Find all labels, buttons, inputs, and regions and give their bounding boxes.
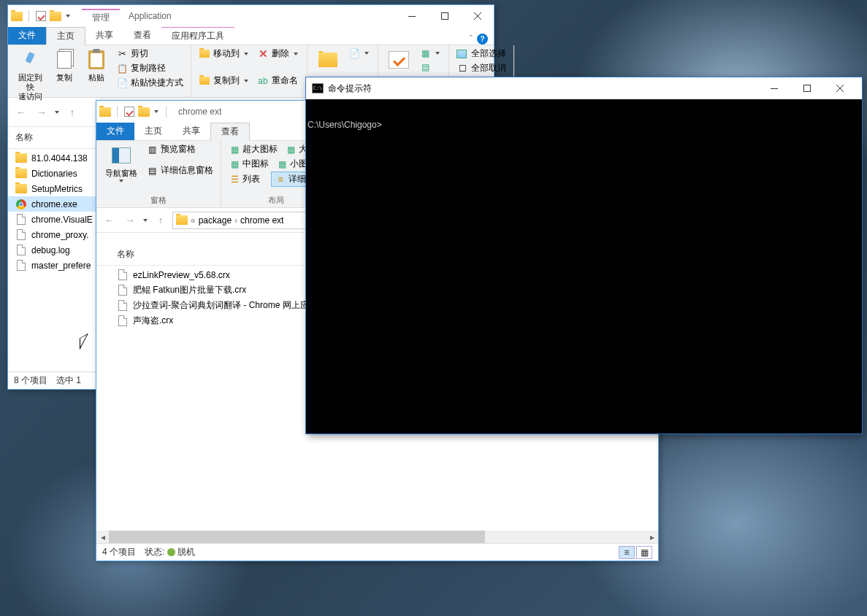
file-icon [117, 315, 129, 327]
ribbon-collapse-icon[interactable]: ˆ [470, 34, 473, 45]
tab-share[interactable]: 共享 [172, 122, 210, 140]
scroll-right-button[interactable]: ▸ [646, 531, 658, 543]
file-icon [117, 285, 129, 296]
nav-forward-button[interactable]: → [121, 212, 139, 229]
qat-dropdown-icon[interactable] [154, 110, 158, 113]
window-title: chrome ext [169, 107, 230, 117]
horizontal-scrollbar[interactable]: ◂ ▸ [96, 531, 658, 543]
scissors-icon [116, 48, 128, 60]
file-icon [15, 260, 27, 272]
file-name: Dictionaries [31, 169, 77, 179]
preview-pane-icon: ▥ [146, 144, 158, 155]
minimize-button[interactable] [757, 78, 790, 99]
breadcrumb-segment[interactable]: chrome ext [240, 215, 283, 226]
titlebar[interactable]: 管理 Application [8, 5, 494, 27]
tab-view[interactable]: 查看 [123, 26, 161, 45]
file-name: SetupMetrics [31, 184, 83, 194]
qat-newfolder-icon[interactable] [50, 10, 61, 22]
nav-history-icon[interactable] [143, 219, 148, 222]
status-dot-icon [167, 548, 175, 556]
layout-extra-large-button[interactable]: ▦超大图标 [226, 142, 280, 156]
properties-button[interactable] [383, 47, 415, 73]
tab-file[interactable]: 文件 [96, 122, 134, 140]
file-name: debug.log [31, 245, 70, 255]
nav-up-button[interactable]: ↑ [152, 212, 169, 229]
status-item-count: 4 个项目 [102, 546, 136, 558]
cut-button[interactable]: 剪切 [113, 47, 186, 61]
nav-up-button[interactable]: ↑ [64, 104, 81, 121]
pin-to-quick-access-button[interactable]: 固定到快 速访问 [12, 47, 47, 103]
details-pane-icon: ▤ [146, 165, 158, 177]
copy-path-button[interactable]: 📋复制路径 [113, 61, 186, 75]
tab-view[interactable]: 查看 [210, 123, 250, 141]
file-icon [15, 168, 27, 180]
file-name: chrome.VisualE [31, 215, 93, 225]
maximize-button[interactable] [790, 78, 823, 99]
scroll-left-button[interactable]: ◂ [96, 531, 109, 543]
copy-to-button[interactable]: 复制到 [196, 74, 253, 88]
file-icon [15, 199, 27, 210]
file-icon [15, 214, 27, 226]
file-name: master_prefere [31, 261, 91, 271]
nav-back-button[interactable]: ← [101, 212, 118, 229]
close-button[interactable] [823, 78, 856, 99]
tab-home[interactable]: 主页 [46, 27, 85, 45]
file-icon [15, 245, 27, 256]
paste-shortcut-button[interactable]: 📄粘贴快捷方式 [113, 76, 186, 90]
view-details-icon[interactable]: ≡ [619, 546, 635, 559]
window-title: 命令提示符 [328, 82, 372, 95]
copy-button[interactable]: 复制 [49, 47, 80, 84]
details-pane-button[interactable]: ▤详细信息窗格 [143, 163, 216, 177]
qat-newfolder-icon[interactable] [138, 106, 150, 118]
select-none-icon: ☐ [457, 63, 468, 74]
qat-dropdown-icon[interactable] [66, 15, 70, 18]
contextual-tab-manage[interactable]: 管理 [82, 9, 120, 24]
cmd-terminal[interactable]: C:\Users\Chigogo> [306, 99, 862, 434]
help-icon[interactable]: ? [477, 34, 488, 45]
delete-button[interactable]: ✕删除 [254, 47, 302, 61]
tab-file[interactable]: 文件 [8, 26, 46, 45]
file-icon [15, 183, 27, 195]
tab-apptools[interactable]: 应用程序工具 [161, 26, 234, 45]
copy-path-icon: 📋 [116, 63, 128, 74]
tab-share[interactable]: 共享 [85, 26, 123, 45]
new-folder-button[interactable] [312, 47, 344, 73]
file-icon [117, 300, 129, 312]
move-to-button[interactable]: 移动到 [196, 47, 253, 61]
scroll-thumb[interactable] [109, 531, 485, 543]
titlebar[interactable]: C:\ 命令提示符 [306, 77, 862, 99]
nav-history-icon[interactable] [55, 111, 59, 114]
svg-rect-3 [803, 85, 810, 92]
minimize-button[interactable] [395, 6, 428, 27]
tab-home[interactable]: 主页 [134, 122, 172, 140]
move-to-icon [199, 48, 210, 60]
close-button[interactable] [461, 6, 494, 27]
preview-pane-button[interactable]: ▥预览窗格 [143, 142, 216, 156]
folder-icon [99, 106, 111, 118]
file-name: 81.0.4044.138 [31, 153, 88, 163]
nav-back-button[interactable]: ← [12, 104, 30, 121]
nav-forward-button[interactable]: → [33, 104, 50, 121]
status-selection: 选中 1 [56, 374, 81, 387]
rename-icon: ab [257, 75, 269, 87]
view-large-icons-icon[interactable]: ▦ [636, 546, 652, 559]
status-bar: 4 个项目 状态: 脱机 ≡ ▦ [96, 543, 658, 561]
breadcrumb-segment[interactable]: package [199, 215, 232, 226]
file-icon [15, 229, 27, 241]
paste-button[interactable]: 粘贴 [81, 47, 112, 84]
delete-icon: ✕ [257, 48, 269, 60]
nav-pane-button[interactable]: 导航窗格 [101, 142, 142, 184]
select-all-button[interactable]: 全部选择 [454, 47, 509, 61]
file-icon [117, 269, 129, 281]
folder-icon [11, 10, 23, 22]
ribbon-group-layout: 布局 [268, 193, 284, 206]
maximize-button[interactable] [428, 6, 461, 27]
select-none-button[interactable]: ☐全部取消 [454, 61, 509, 75]
file-name: ezLinkPreview_v5.68.crx [133, 270, 230, 280]
qat-properties-icon[interactable] [35, 10, 47, 22]
paste-shortcut-icon: 📄 [116, 77, 128, 89]
layout-list-button[interactable]: ☰列表 [226, 172, 270, 187]
layout-medium-button[interactable]: ▦中图标 [226, 157, 272, 171]
qat-properties-icon[interactable] [123, 106, 135, 118]
rename-button[interactable]: ab重命名 [254, 74, 302, 88]
